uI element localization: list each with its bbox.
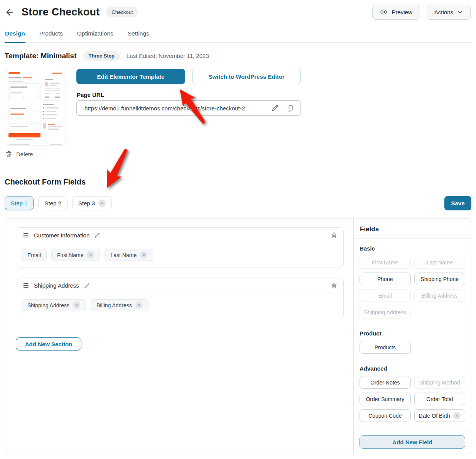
delete-template-button[interactable]: Delete [5, 151, 33, 158]
page-url-value: https://demo1.funnelkitdemos.com/checkou… [84, 105, 264, 112]
field-button-coupon-code[interactable]: Coupon Code [360, 409, 411, 422]
checkout-type-badge: Checkout [106, 7, 138, 17]
last-edited-text: Last Edited: November 11, 2023 [127, 53, 209, 59]
section-title: Customer Information [34, 232, 89, 239]
template-heading: Template: Minimalist [5, 52, 77, 60]
field-button-label: Shipping Phone [420, 276, 459, 282]
copy-url-icon[interactable] [286, 104, 294, 112]
edit-url-pencil-icon[interactable] [271, 104, 279, 112]
sections-canvas: Customer InformationEmailFirst Name×Last… [5, 218, 353, 454]
delete-template-label: Delete [16, 151, 33, 158]
edit-section-pencil-icon[interactable] [84, 282, 90, 289]
page-title: Store Checkout [22, 6, 100, 18]
template-thumbnail[interactable] [5, 69, 66, 146]
field-group-label-advanced: Advanced [360, 365, 465, 372]
form-builder-panel: Customer InformationEmailFirst Name×Last… [5, 218, 471, 454]
fields-groups: BasicFirst NameLast NamePhoneShipping Ph… [354, 239, 471, 429]
thumbnail-mock-cta [8, 133, 41, 137]
field-button-label: Phone [377, 276, 393, 282]
section-fields: EmailFirst Name×Last Name× [16, 243, 343, 268]
remove-field-icon[interactable]: × [73, 301, 80, 309]
thumbnail-mock-footer [5, 141, 66, 146]
step-tab-label: Step 3 [78, 200, 95, 207]
thumbnail-mock-header [5, 69, 66, 76]
field-button-shipping-phone[interactable]: Shipping Phone [414, 273, 466, 285]
field-button-shipping-method: Shipping Method [414, 376, 466, 389]
add-new-field-button[interactable]: Add New Field [360, 435, 465, 449]
field-chip-billing-address[interactable]: Billing Address× [91, 299, 149, 311]
save-button[interactable]: Save [444, 196, 471, 210]
chevron-down-icon [457, 9, 463, 15]
field-button-email: Email [360, 289, 411, 302]
field-button-label: Order Summary [366, 396, 404, 402]
delete-section-trash-icon[interactable] [331, 282, 338, 289]
section-fields: Shipping Address×Billing Address× [16, 293, 343, 318]
field-chip-label: Last Name [110, 252, 137, 258]
edit-section-pencil-icon[interactable] [94, 232, 101, 239]
field-button-label: Last Name [427, 259, 453, 266]
page-url-field: https://demo1.funnelkitdemos.com/checkou… [76, 100, 301, 116]
trash-icon [5, 151, 12, 158]
template-steps-badge: Three Step [83, 51, 120, 61]
field-button-label: Order Total [426, 396, 453, 402]
field-group-label-product: Product [360, 330, 465, 337]
remove-field-icon[interactable]: × [453, 412, 461, 419]
preview-button[interactable]: Preview [372, 5, 420, 20]
section-header: Customer Information [16, 228, 343, 243]
field-button-label: Billing Address [422, 293, 457, 299]
field-chip-label: First Name [57, 252, 83, 258]
tab-optimizations[interactable]: Optimizations [77, 29, 114, 43]
page-url-label: Page URL [77, 91, 104, 98]
preview-button-label: Preview [392, 9, 412, 15]
step-tab-3[interactable]: Step 3× [72, 196, 112, 210]
section-title: Shipping Address [34, 282, 79, 289]
field-button-label: Date Of Birth [419, 413, 450, 419]
tab-products[interactable]: Products [39, 29, 63, 43]
field-chip-shipping-address[interactable]: Shipping Address× [22, 299, 86, 311]
field-group-label-basic: Basic [360, 245, 465, 252]
remove-field-icon[interactable]: × [135, 301, 143, 309]
remove-step-icon[interactable]: × [98, 200, 106, 207]
field-button-products[interactable]: Products [360, 341, 411, 354]
field-button-first-name: First Name [360, 256, 411, 269]
field-button-label: Shipping Method [419, 379, 460, 386]
field-button-billing-address: Billing Address [414, 289, 466, 302]
field-group-grid: First NameLast NamePhoneShipping PhoneEm… [360, 256, 465, 318]
field-button-phone[interactable]: Phone [360, 273, 411, 285]
step-tab-label: Step 2 [44, 200, 61, 207]
tab-design[interactable]: Design [5, 29, 25, 43]
step-tab-1[interactable]: Step 1 [5, 196, 34, 210]
main-tabs: DesignProductsOptimizationsSettings [5, 29, 471, 43]
fields-panel-title: Fields [354, 218, 471, 239]
form-section-shipping-address: Shipping AddressShipping Address×Billing… [16, 278, 344, 318]
edit-elementor-template-button[interactable]: Edit Elementor Template [76, 69, 185, 84]
actions-button[interactable]: Actions [427, 5, 471, 20]
section-handle-list-icon[interactable] [22, 282, 29, 289]
step-tabs: Step 1Step 2Step 3× [5, 196, 112, 210]
field-chip-first-name[interactable]: First Name× [51, 249, 100, 261]
field-chip-email[interactable]: Email [22, 249, 47, 261]
form-section-customer-information: Customer InformationEmailFirst Name×Last… [16, 227, 344, 268]
back-arrow-icon[interactable] [5, 7, 15, 17]
field-chip-label: Email [27, 252, 41, 258]
checkout-form-fields-heading: Checkout Form Fields [5, 178, 86, 186]
remove-field-icon[interactable]: × [87, 251, 94, 259]
field-button-order-total[interactable]: Order Total [414, 393, 466, 405]
add-new-section-button[interactable]: Add New Section [16, 337, 81, 351]
remove-field-icon[interactable]: × [140, 251, 147, 259]
field-chip-last-name[interactable]: Last Name× [105, 249, 153, 261]
fields-panel-footer: Add New Field [354, 430, 471, 454]
field-button-label: Coupon Code [368, 413, 402, 419]
section-header: Shipping Address [16, 278, 343, 293]
store-checkout-page: Store Checkout Checkout Preview Actions … [0, 0, 476, 459]
field-button-date-of-birth[interactable]: Date Of Birth× [414, 409, 466, 422]
step-tab-label: Step 1 [11, 200, 27, 207]
field-button-order-summary[interactable]: Order Summary [360, 393, 411, 405]
step-tab-2[interactable]: Step 2 [38, 196, 67, 210]
delete-section-trash-icon[interactable] [331, 232, 338, 239]
switch-to-wordpress-editor-button[interactable]: Switch to WordPress Editor [192, 69, 301, 84]
section-handle-list-icon[interactable] [22, 232, 29, 239]
tab-settings[interactable]: Settings [127, 29, 150, 43]
field-group-grid: Products [360, 341, 465, 354]
field-button-order-notes[interactable]: Order Notes [360, 376, 411, 389]
